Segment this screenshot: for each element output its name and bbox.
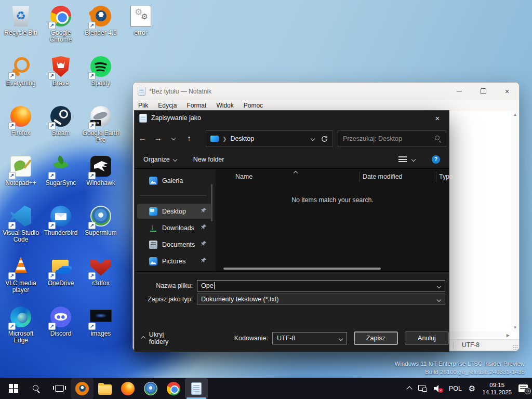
desktop-icon-thunderbird[interactable]: ↗ Thunderbird [42,204,80,236]
back-button[interactable]: ← [135,134,150,142]
shortcut-arrow-icon: ↗ [8,222,16,229]
filename-input[interactable]: Ope [197,280,445,291]
desktop-icon-steam[interactable]: ↗ Steam [42,104,80,137]
notification-center-icon[interactable]: 3 [518,384,528,392]
shortcut-arrow-icon: ↗ [8,272,16,280]
scroll-right-icon[interactable]: ▶ [507,333,510,338]
hide-folders-button[interactable]: Ukryj foldery [142,331,184,345]
network-icon[interactable] [418,385,427,392]
encoding-select[interactable]: UTF-8 [272,332,347,344]
desktop-icon-error[interactable]: error [122,4,160,36]
maximize-button[interactable] [471,83,495,100]
desktop-icon-google-earth-pro[interactable]: ↗ Google Earth Pro [82,104,120,143]
desktop-icon-notepad-plus-plus[interactable]: ↗ Notepad++ [2,154,40,187]
tray-time: 09:15 [482,381,512,389]
desktop-icon-spotify[interactable]: ↗ Spotify [82,55,120,87]
forward-button[interactable]: → [150,134,166,142]
column-name[interactable]: Name [235,173,252,180]
recent-locations-button[interactable] [166,135,181,141]
view-mode-icon[interactable] [398,156,407,163]
desktop-icon-windhawk[interactable]: ↗ Windhawk [82,154,120,187]
scroll-up-icon[interactable]: ▲ [511,112,519,117]
column-date-modified[interactable]: Date modified [363,173,402,180]
clock[interactable]: 09:15 14.11.2025 [482,381,512,396]
dialog-titlebar[interactable]: Zapisywanie jako × [135,111,449,125]
desktop-icon-vlc-media-player[interactable]: ↗ VLC media player [2,255,40,294]
taskbar-blender[interactable] [71,378,94,399]
desktop-icon-microsoft-edge[interactable]: ↗ Microsoft Edge [2,305,40,344]
scrollbar-thumb[interactable] [223,268,381,270]
taskbar-chrome[interactable] [162,378,185,399]
organize-button[interactable]: Organize [143,156,177,163]
desktop-icon-supermium[interactable]: ↗ Supermium [82,204,120,236]
taskbar-supermium[interactable] [139,378,162,399]
taskbar-notepad-active[interactable] [185,378,208,399]
refresh-icon[interactable] [321,135,328,143]
desktop-icon-onedrive[interactable]: ↗ OneDrive [42,255,80,287]
cancel-button[interactable]: Anuluj [405,331,449,345]
desktop-icon-visual-studio-code[interactable]: ↗ Visual Studio Code [2,204,40,243]
up-button[interactable]: ↑ [181,134,197,142]
filetype-dropdown-icon[interactable] [437,298,441,302]
desktop-icon-sugarsync[interactable]: ↗ SugarSync [42,154,80,187]
desktop-icon-r3dfox[interactable]: ↗ r3dfox [82,255,120,287]
menu-plik[interactable]: Plik [138,102,148,109]
dialog-form: Nazwa pliku: Ope Zapisz jako typ: Dokume… [135,271,449,352]
search-box[interactable]: Przeszukaj: Desktop [338,130,446,147]
taskbar-search-button[interactable] [25,378,48,399]
save-button[interactable]: Zapisz [354,331,398,345]
menu-pomoc[interactable]: Pomoc [244,102,263,109]
desktop-icon-brave[interactable]: ↗ Brave [42,55,80,87]
desktop-icon-blender[interactable]: ↗ Blender 4.5 [82,4,120,36]
minimize-button[interactable] [447,83,471,100]
start-button[interactable] [2,378,25,399]
close-button[interactable]: × [495,83,519,100]
menu-format[interactable]: Format [187,102,206,109]
taskbar-firefox[interactable] [116,378,139,399]
desktop-icon-everything[interactable]: ↗ Everything [2,55,40,87]
address-dropdown-icon[interactable] [311,137,315,141]
sidebar-item-desktop[interactable]: Desktop [137,204,211,219]
encoding-dropdown-icon[interactable] [338,337,342,341]
vertical-scrollbar[interactable]: ▲ ▼ [511,111,519,331]
taskbar-file-explorer[interactable] [94,378,116,399]
sidebar-item-downloads[interactable]: Downloads [137,220,211,235]
notepad-titlebar[interactable]: *Bez tytułu — Notatnik × [133,83,519,100]
shortcut-arrow-icon: ↗ [48,323,56,330]
tray-overflow-chevron-icon[interactable] [406,386,412,392]
menu-edycja[interactable]: Edycja [158,102,177,109]
column-type[interactable]: Type [439,173,453,180]
help-icon[interactable]: ? [432,155,440,164]
address-bar[interactable]: ❯ Desktop [206,130,333,147]
scroll-down-icon[interactable]: ▼ [511,325,519,330]
menu-widok[interactable]: Widok [216,102,233,109]
breadcrumb[interactable]: Desktop [230,135,254,142]
sidebar-item-galeria[interactable]: Galeria [137,173,211,188]
save-as-dialog: Zapisywanie jako × ← → ↑ ❯ Desktop Przes… [134,110,449,352]
desktop-icon-recycle-bin[interactable]: Recycle Bin [2,4,40,36]
desktop-icon-discord[interactable]: ↗ Discord [42,305,80,337]
task-view-button[interactable] [48,378,71,399]
desktop-icon-images[interactable]: ↗ images [82,305,120,337]
file-list-horizontal-scrollbar[interactable] [216,267,449,270]
sidebar-item-documents[interactable]: Documents [137,237,211,252]
search-icon [32,384,41,393]
view-dropdown-icon[interactable] [411,157,416,161]
language-indicator[interactable]: POL [449,385,462,392]
dialog-close-button[interactable]: × [426,111,449,125]
desktop-icon-google-chrome[interactable]: ↗ Google Chrome [42,4,80,43]
pin-icon [201,257,207,265]
new-folder-button[interactable]: New folder [193,156,224,163]
gear-icon[interactable]: ⚙ [469,384,475,392]
filetype-select[interactable]: Dokumenty tekstowe (*.txt) [197,294,445,305]
dialog-bottom-bar: Ukryj foldery Kodowanie: UTF-8 Zapisz An… [135,331,449,345]
shortcut-arrow-icon: ↗ [8,72,16,79]
file-list[interactable]: Name Date modified Type No items match y… [216,169,449,271]
resize-grip[interactable] [513,344,518,350]
volume-muted-icon[interactable]: ✕ [434,385,442,392]
filename-dropdown-icon[interactable] [437,284,441,288]
shortcut-arrow-icon: ↗ [48,22,56,29]
sidebar-item-pictures[interactable]: Pictures [137,254,211,269]
search-icon[interactable] [435,136,441,142]
desktop-icon-firefox[interactable]: ↗ Firefox [2,104,40,137]
